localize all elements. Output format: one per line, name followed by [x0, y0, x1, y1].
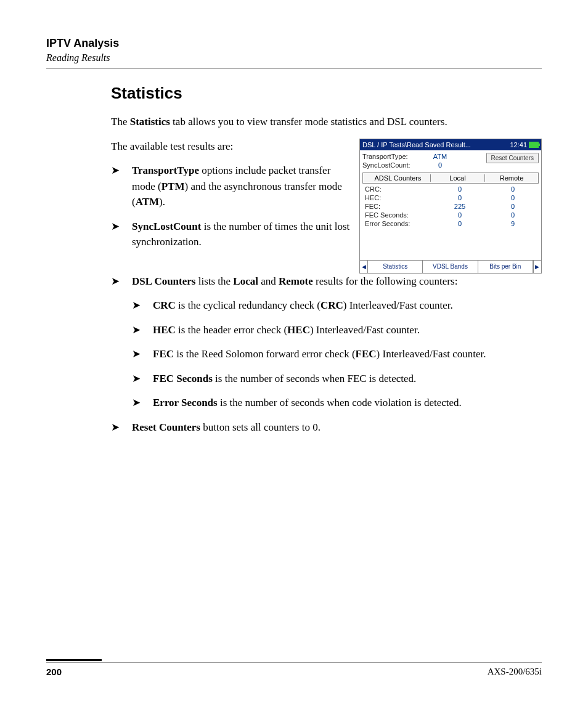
page-content: Statistics The Statistics tab allows you…: [111, 84, 542, 435]
device-titlebar: DSL / IP Tests\Read Saved Result... 12:4…: [360, 139, 541, 150]
tab-scroll-left-icon[interactable]: ◀: [360, 261, 368, 273]
bullet-list-final: Reset Counters button sets all counters …: [111, 420, 542, 436]
sync-lost-row: SyncLostCount: 0: [362, 161, 452, 169]
tab-scroll-right-icon[interactable]: ▶: [533, 261, 541, 273]
page-number: 200: [46, 667, 62, 677]
chapter-title: IPTV Analysis: [46, 37, 542, 50]
footer-rule-short: [46, 659, 102, 661]
page-footer: 200 AXS-200/635i: [46, 659, 542, 677]
table-row: CRC: 0 0: [362, 185, 539, 193]
embedded-device-screenshot: DSL / IP Tests\Read Saved Result... 12:4…: [359, 139, 542, 274]
reset-counters-button[interactable]: Reset Counters: [486, 153, 539, 163]
list-item: TransportType options include packet tra…: [111, 163, 351, 210]
list-item: HEC is the header error check (HEC) Inte…: [132, 322, 542, 338]
intro-paragraph-2: The available test results are:: [111, 139, 351, 155]
counters-table: CRC: 0 0 HEC: 0 0 FEC: 225 0: [362, 185, 539, 256]
list-item: FEC Seconds is the number of seconds whe…: [132, 371, 542, 387]
device-clock: 12:41: [510, 141, 527, 148]
intro-paragraph-1: The Statistics tab allows you to view tr…: [111, 114, 542, 130]
section-title: Statistics: [111, 84, 542, 103]
sub-bullet-list: CRC is the cyclical redundancy check (CR…: [132, 298, 542, 411]
product-model: AXS-200/635i: [488, 667, 542, 677]
tab-bits-per-bin[interactable]: Bits per Bin: [478, 261, 533, 273]
table-row: Error Seconds: 0 9: [362, 219, 539, 228]
bullet-list-continued: DSL Counters lists the Local and Remote …: [111, 274, 542, 290]
list-item: Reset Counters button sets all counters …: [111, 420, 542, 436]
list-item: DSL Counters lists the Local and Remote …: [111, 274, 542, 290]
tab-vdsl-bands[interactable]: VDSL Bands: [423, 261, 478, 273]
list-item: Error Seconds is the number of seconds w…: [132, 395, 542, 411]
battery-icon: [529, 142, 539, 148]
header-rule: [46, 68, 542, 69]
footer-rule-long: [46, 662, 542, 663]
list-item: FEC is the Reed Solomon forward error ch…: [132, 346, 542, 362]
tab-statistics[interactable]: Statistics: [368, 261, 423, 273]
list-item: SyncLostCount is the number of times the…: [111, 219, 351, 250]
list-item: CRC is the cyclical redundancy check (CR…: [132, 298, 542, 314]
table-row: HEC: 0 0: [362, 193, 539, 202]
bullet-list: TransportType options include packet tra…: [111, 163, 351, 250]
device-tabs: ◀ Statistics VDSL Bands Bits per Bin ▶: [360, 260, 541, 273]
table-row: FEC Seconds: 0 0: [362, 211, 539, 219]
device-title-text: DSL / IP Tests\Read Saved Result...: [362, 141, 471, 148]
page-header: IPTV Analysis Reading Results: [46, 37, 542, 69]
transport-type-row: TransportType: ATM: [362, 153, 452, 160]
chapter-subtitle: Reading Results: [46, 52, 542, 63]
table-row: FEC: 225 0: [362, 202, 539, 211]
counters-table-header: ADSL Counters Local Remote: [362, 172, 539, 184]
